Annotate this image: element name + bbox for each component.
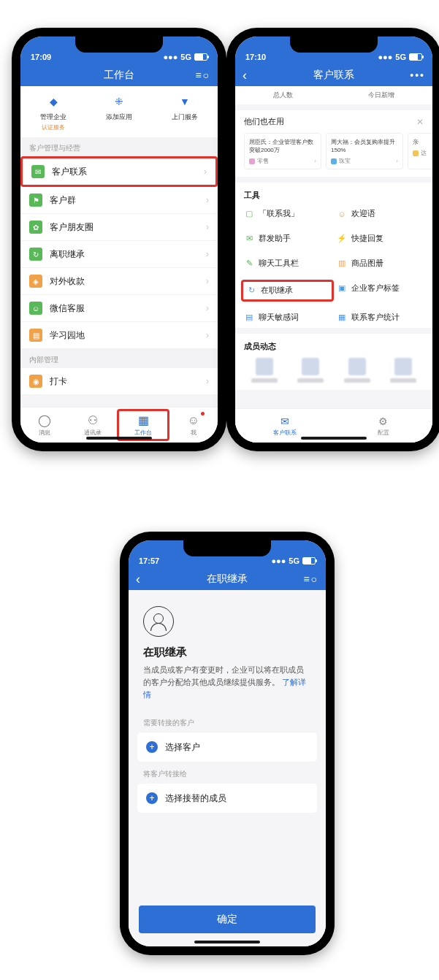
title-bar: ‹ 在职继承 ≡○ <box>129 567 326 592</box>
row-customer-group[interactable]: ⚑ 客户群› <box>20 187 218 214</box>
tab-messages[interactable]: ◯消息 <box>20 407 69 443</box>
top-action-add-app[interactable]: ⁜ 添加应用 <box>93 93 145 131</box>
row-customer-contact[interactable]: ✉ 客户联系› <box>20 156 218 187</box>
section-customer-mgmt: 客户管理与经营 <box>20 137 218 156</box>
plus-icon: + <box>146 792 158 804</box>
select-customer-row[interactable]: + 选择客户 <box>137 732 317 762</box>
back-icon[interactable]: ‹ <box>136 573 140 586</box>
notification-badge <box>201 412 205 416</box>
tools-header: 工具 <box>244 190 424 201</box>
shield-icon: ◈ <box>29 275 42 288</box>
plus-icon: + <box>146 741 158 753</box>
page-title: 客户联系 <box>313 69 354 82</box>
member-item[interactable] <box>244 358 285 383</box>
tool-product-album[interactable]: ▥商品图册 <box>337 256 424 271</box>
chevron-right-icon: › <box>204 166 207 177</box>
clock: 17:57 <box>139 556 159 565</box>
members-header: 成员动态 <box>244 341 424 352</box>
row-moments[interactable]: ✿ 客户朋友圈› <box>20 214 218 241</box>
case-card[interactable]: 屈臣氏：企业管理客户数突破2000万 零售› <box>244 133 321 169</box>
tool-sensitive-words[interactable]: ▤聊天敏感词 <box>244 310 331 325</box>
clock: 17:09 <box>31 53 51 61</box>
label-transfer-to: 将客户转接给 <box>129 762 326 784</box>
label-need-transfer: 需要转接的客户 <box>129 711 326 732</box>
page-title: 在职继承 <box>207 573 248 586</box>
headset-icon: ☺ <box>29 302 42 315</box>
chat-icon: ✉ <box>31 165 45 178</box>
tab-me[interactable]: ☺我 <box>169 407 218 443</box>
row-resign-inherit[interactable]: ↻ 离职继承› <box>20 241 218 268</box>
tool-group-send[interactable]: ✉群发助手 <box>244 231 331 246</box>
also-using-cards: 屈臣氏：企业管理客户数突破2000万 零售› 周大福：会员复购率提升150% 珠… <box>235 133 432 177</box>
tool-chat-toolbar[interactable]: ✎聊天工具栏 <box>244 256 331 271</box>
top-action-service[interactable]: ▼ 上门服务 <box>159 93 210 131</box>
title-bar: ‹ 客户联系 ••• <box>235 63 432 88</box>
pin-icon: ◉ <box>29 375 42 388</box>
group-icon: ⚑ <box>29 194 42 207</box>
book-icon: ▤ <box>29 329 42 342</box>
tool-welcome[interactable]: ☺欢迎语 <box>337 207 424 221</box>
select-member-row[interactable]: + 选择接替的成员 <box>137 784 317 813</box>
title-bar: 工作台 ≡○ <box>20 63 218 88</box>
moments-icon: ✿ <box>29 221 42 234</box>
case-card[interactable]: 亲 达 <box>408 133 432 169</box>
row-collect[interactable]: ◈ 对外收款› <box>20 268 218 295</box>
user-transfer-icon <box>143 606 174 637</box>
page-title: 工作台 <box>104 69 134 82</box>
back-icon[interactable]: ‹ <box>243 69 247 82</box>
top-action-manage[interactable]: ◆ 管理企业 认证服务 <box>28 93 79 131</box>
tool-customer-stats[interactable]: ▦联系客户统计 <box>337 310 424 325</box>
stats-row: 总人数今日新增 <box>235 86 432 104</box>
close-icon[interactable]: ✕ <box>416 117 424 127</box>
tool-customer-tags[interactable]: ▣企业客户标签 <box>337 281 424 296</box>
intro-desc: 当成员或客户有变更时，企业可以将在职成员的客户分配给其他成员继续提供服务。 了解… <box>143 664 311 700</box>
settings-icon[interactable]: ≡○ <box>195 69 210 81</box>
row-study[interactable]: ▤ 学习园地› <box>20 322 218 349</box>
tool-quick-reply[interactable]: ⚡快捷回复 <box>337 231 424 246</box>
tool-contact-me[interactable]: ▢「联系我」 <box>244 207 331 221</box>
case-card[interactable]: 周大福：会员复购率提升150% 珠宝› <box>326 133 403 169</box>
tool-onjob-inherit[interactable]: ↻在职继承 <box>241 280 334 302</box>
confirm-button[interactable]: 确定 <box>139 906 316 933</box>
inherit-icon: ↻ <box>29 248 42 261</box>
member-item[interactable] <box>291 358 332 383</box>
row-wechat-cs[interactable]: ☺ 微信客服› <box>20 295 218 322</box>
member-item[interactable] <box>337 358 378 383</box>
row-punch[interactable]: ◉ 打卡› <box>20 368 218 395</box>
menu-icon[interactable]: ≡○ <box>303 573 318 585</box>
section-internal: 内部管理 <box>20 349 218 368</box>
intro-heading: 在职继承 <box>143 646 311 659</box>
member-item[interactable] <box>383 358 424 383</box>
also-using-header: 他们也在用✕ <box>235 110 432 133</box>
clock: 17:10 <box>245 53 266 61</box>
more-icon[interactable]: ••• <box>410 69 425 81</box>
